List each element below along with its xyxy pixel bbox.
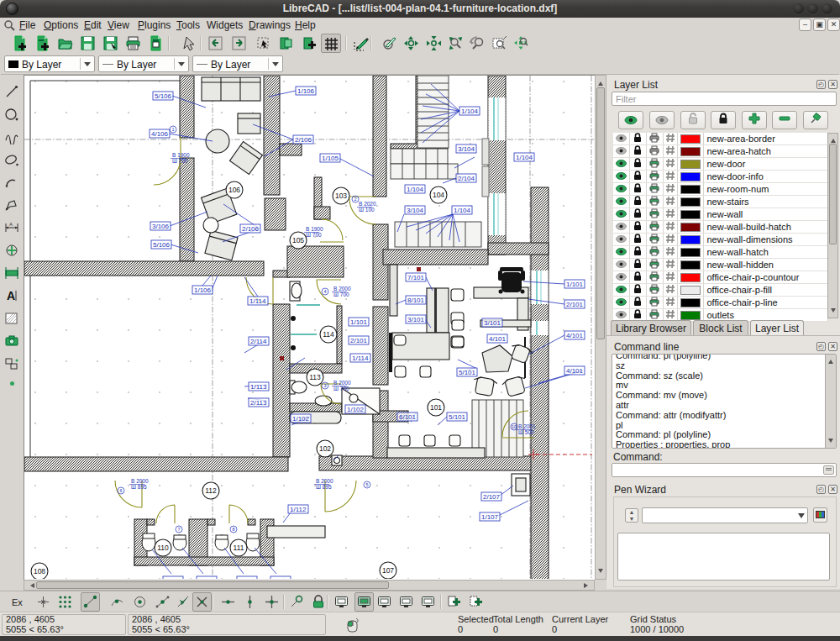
- svg-text:Ш 895: Ш 895: [131, 484, 147, 490]
- svg-text:2/106: 2/106: [295, 136, 312, 144]
- svg-text:4: 4: [323, 289, 326, 294]
- svg-text:1/104: 1/104: [454, 207, 471, 214]
- svg-text:Ш 700: Ш 700: [333, 386, 349, 391]
- svg-text:1/114: 1/114: [249, 297, 266, 305]
- svg-text:104: 104: [433, 191, 444, 199]
- svg-text:3/101: 3/101: [407, 316, 425, 323]
- svg-text:3/101: 3/101: [484, 319, 501, 327]
- svg-text:1/104: 1/104: [461, 108, 479, 115]
- svg-text:B 2000: B 2000: [131, 478, 149, 484]
- svg-text:B 2020: B 2020: [359, 201, 376, 207]
- svg-text:1/106: 1/106: [194, 286, 212, 294]
- svg-text:B 1900: B 1900: [306, 226, 323, 232]
- svg-text:3: 3: [323, 383, 326, 388]
- svg-text:112: 112: [205, 486, 217, 495]
- svg-text:B 2000: B 2000: [316, 478, 333, 484]
- svg-text:1/105: 1/105: [322, 155, 339, 162]
- svg-text:Ш 500: Ш 500: [518, 429, 534, 435]
- svg-text:5/101: 5/101: [459, 369, 476, 376]
- svg-text:1/102: 1/102: [292, 415, 310, 423]
- svg-text:A: A: [9, 222, 13, 227]
- svg-text:4/101: 4/101: [566, 367, 584, 375]
- svg-text:6/101: 6/101: [399, 413, 417, 421]
- svg-text:1/104: 1/104: [407, 186, 424, 193]
- svg-text:1/113: 1/113: [250, 383, 267, 391]
- svg-text:B 2000: B 2000: [333, 380, 351, 386]
- svg-text:113: 113: [309, 373, 321, 381]
- svg-text:1/106: 1/106: [297, 87, 315, 95]
- svg-text:2/114: 2/114: [250, 338, 267, 345]
- svg-text:2: 2: [354, 197, 356, 202]
- svg-text:2/101: 2/101: [566, 301, 584, 308]
- svg-text:2/101: 2/101: [350, 337, 368, 344]
- svg-text:2/107: 2/107: [483, 493, 501, 501]
- svg-text:1: 1: [171, 127, 174, 132]
- svg-text:Ш 895: Ш 895: [316, 484, 332, 490]
- svg-text:4/101: 4/101: [566, 332, 584, 339]
- svg-text:1/112: 1/112: [290, 506, 307, 513]
- svg-text:B 2001: B 2001: [518, 423, 536, 429]
- svg-text:1/104: 1/104: [516, 154, 533, 161]
- svg-text:10: 10: [512, 424, 517, 429]
- svg-text:6: 6: [119, 488, 122, 493]
- svg-text:Ш 700: Ш 700: [172, 158, 188, 164]
- svg-text:1/114: 1/114: [352, 355, 369, 362]
- svg-text:105: 105: [292, 236, 304, 244]
- svg-text:8: 8: [232, 527, 234, 532]
- svg-text:Ш 100: Ш 100: [359, 207, 375, 213]
- svg-text:1/101: 1/101: [566, 281, 584, 288]
- svg-text:2/106: 2/106: [242, 225, 260, 233]
- svg-text:5/101: 5/101: [449, 413, 466, 421]
- svg-text:7: 7: [177, 527, 180, 532]
- svg-text:114: 114: [323, 330, 334, 339]
- svg-text:111: 111: [234, 544, 244, 552]
- svg-text:B 1900: B 1900: [172, 152, 190, 158]
- svg-text:3/106: 3/106: [152, 223, 170, 230]
- svg-text:5: 5: [365, 482, 368, 487]
- svg-text:3/111: 3/111: [239, 577, 255, 579]
- svg-text:1/107: 1/107: [481, 513, 499, 521]
- svg-text:108: 108: [34, 567, 45, 575]
- svg-text:2/113: 2/113: [250, 399, 267, 407]
- svg-text:1/102: 1/102: [347, 406, 365, 413]
- svg-text:Ш 700: Ш 700: [333, 292, 349, 297]
- svg-text:103: 103: [335, 192, 347, 200]
- svg-text:101: 101: [430, 403, 442, 412]
- svg-text:2/111: 2/111: [272, 577, 288, 579]
- svg-text:A: A: [7, 289, 15, 302]
- svg-text:4/101: 4/101: [489, 335, 507, 343]
- svg-text:102: 102: [319, 444, 331, 453]
- svg-text:106: 106: [228, 186, 240, 194]
- svg-text:1/110: 1/110: [198, 577, 215, 579]
- svg-text:107: 107: [382, 566, 394, 575]
- svg-text:3/104: 3/104: [407, 207, 424, 214]
- svg-text:5/106: 5/106: [153, 241, 171, 249]
- svg-text:1/101: 1/101: [350, 318, 368, 326]
- svg-text:4/106: 4/106: [151, 130, 169, 138]
- svg-text:2/104: 2/104: [458, 175, 475, 182]
- svg-text:Ш 700: Ш 700: [306, 232, 322, 238]
- svg-text:5/106: 5/106: [155, 92, 172, 100]
- svg-text:3/104: 3/104: [458, 145, 475, 153]
- svg-text:B 2000: B 2000: [333, 286, 351, 292]
- svg-text:7/101: 7/101: [407, 274, 425, 281]
- svg-text:8/101: 8/101: [407, 297, 425, 304]
- svg-text:110: 110: [157, 544, 169, 552]
- svg-text:2/110: 2/110: [165, 577, 181, 579]
